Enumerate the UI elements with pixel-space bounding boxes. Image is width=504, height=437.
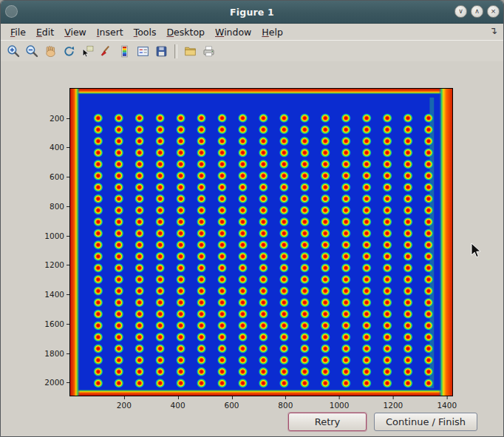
open-file-button[interactable] xyxy=(181,43,200,61)
brush-icon xyxy=(99,44,113,58)
hand-pan-icon xyxy=(44,44,58,58)
rotate-3d-icon xyxy=(62,44,76,58)
x-tick-label: 600 xyxy=(224,401,239,410)
titlebar[interactable]: Figure 1 ∨ ∧ × xyxy=(1,1,503,24)
shade-window-button[interactable]: ∨ xyxy=(454,5,467,18)
menu-tools[interactable]: Tools xyxy=(129,24,162,39)
hot-edge-bottom xyxy=(70,389,452,396)
insert-legend-button[interactable] xyxy=(134,43,152,61)
hot-edge-left xyxy=(70,89,80,396)
menu-help[interactable]: Help xyxy=(256,24,288,39)
y-tick-label: 600 xyxy=(50,172,64,181)
x-tick-label: 400 xyxy=(171,401,185,410)
zoom-out-button[interactable] xyxy=(23,43,41,61)
y-tick-label: 2000 xyxy=(44,378,64,387)
x-tick-label: 800 xyxy=(278,401,293,410)
rotate-3d-button[interactable] xyxy=(60,43,78,61)
brush-button[interactable] xyxy=(97,43,115,61)
y-tick-label: 1000 xyxy=(44,231,64,240)
figure-window: Figure 1 ∨ ∧ × File Edit View Insert Too… xyxy=(0,0,504,437)
y-tick-label: 1800 xyxy=(44,349,64,358)
heatmap-image[interactable] xyxy=(70,89,452,396)
x-tick-label: 1200 xyxy=(384,401,403,410)
printer-icon xyxy=(202,44,216,58)
save-icon xyxy=(154,44,168,58)
x-tick-label: 1400 xyxy=(437,401,457,410)
zoom-in-icon xyxy=(7,44,21,58)
open-folder-icon xyxy=(183,44,197,58)
y-tick-label: 1600 xyxy=(44,319,64,328)
y-tick-label: 1400 xyxy=(44,290,64,299)
menu-window[interactable]: Window xyxy=(210,24,256,39)
zoom-out-icon xyxy=(25,44,39,58)
print-figure-button[interactable] xyxy=(200,43,218,61)
x-tick-label: 200 xyxy=(117,401,132,410)
menubar: File Edit View Insert Tools Desktop Wind… xyxy=(1,24,503,40)
mouse-cursor-icon xyxy=(471,243,481,258)
figure-canvas: 200 400 600 800 1000 1200 1400 1600 1800… xyxy=(1,61,503,436)
menu-file[interactable]: File xyxy=(5,24,31,39)
legend-icon xyxy=(136,44,150,58)
menu-desktop[interactable]: Desktop xyxy=(161,24,210,39)
y-tick-label: 1200 xyxy=(44,260,64,269)
insert-colorbar-button[interactable] xyxy=(115,43,134,61)
continue-finish-button[interactable]: Continue / Finish xyxy=(374,413,477,431)
maximize-window-button[interactable]: ∧ xyxy=(471,5,483,18)
window-controls: ∨ ∧ × xyxy=(454,5,500,18)
menu-insert[interactable]: Insert xyxy=(92,24,129,39)
dock-figure-icon[interactable]: ↴ xyxy=(489,25,497,36)
save-figure-button[interactable] xyxy=(152,43,171,61)
data-cursor-button[interactable] xyxy=(78,43,97,61)
retry-button[interactable]: Retry xyxy=(288,413,367,431)
close-window-button[interactable]: × xyxy=(487,5,500,18)
toolbar-separator xyxy=(174,44,177,58)
zoom-in-button[interactable] xyxy=(4,43,23,61)
data-cursor-icon xyxy=(81,44,95,58)
menu-view[interactable]: View xyxy=(59,24,92,39)
x-tick-label: 1000 xyxy=(330,401,350,410)
menu-edit[interactable]: Edit xyxy=(31,24,59,39)
y-tick-label: 200 xyxy=(50,114,64,123)
y-tick-label: 800 xyxy=(50,202,64,211)
y-tick-label: 400 xyxy=(50,143,64,152)
colorbar-icon xyxy=(118,44,132,58)
pan-button[interactable] xyxy=(41,43,60,61)
plot-axes[interactable]: 200 400 600 800 1000 1200 1400 1600 1800… xyxy=(69,88,453,396)
hot-edge-right xyxy=(439,89,452,396)
hot-edge-top xyxy=(70,89,452,95)
window-title: Figure 1 xyxy=(1,7,503,18)
